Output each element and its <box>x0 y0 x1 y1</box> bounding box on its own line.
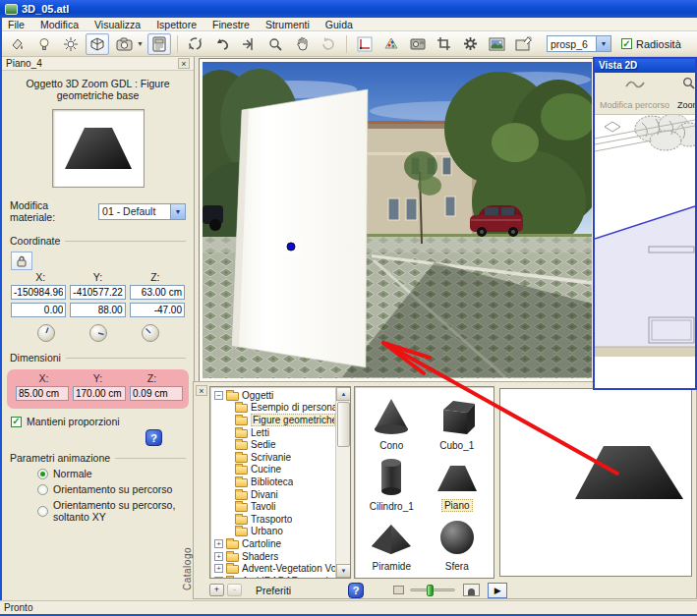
tree-item[interactable]: Trasporto <box>211 513 335 526</box>
rotation-x-field[interactable] <box>11 303 66 317</box>
rotation-z-field[interactable] <box>130 303 185 317</box>
chevron-down-icon[interactable]: ▼ <box>596 36 610 51</box>
tree-item[interactable]: Urbano <box>211 526 335 538</box>
remove-button[interactable]: - <box>227 584 242 596</box>
folder-icon <box>226 565 239 574</box>
radio-icon[interactable] <box>37 469 48 479</box>
close-icon[interactable]: × <box>196 385 207 396</box>
render-settings-icon[interactable] <box>379 33 403 55</box>
zoom-2d-button[interactable]: Zoom <box>674 75 697 112</box>
chevron-down-icon[interactable]: ▼ <box>170 204 185 219</box>
tree-item[interactable]: +Cartoline <box>211 537 335 550</box>
shape-cilindro-1[interactable]: Cilindro_1 <box>359 453 425 513</box>
vista-2d-drawing[interactable] <box>595 114 695 388</box>
render-panel-icon[interactable] <box>147 33 171 55</box>
dim-x-field[interactable] <box>16 386 69 401</box>
rotation-y-field[interactable] <box>70 303 125 317</box>
photorender-icon[interactable] <box>406 33 430 55</box>
scroll-up-icon[interactable]: ▲ <box>336 387 351 401</box>
tree-item[interactable]: Esempio di personaggi animati <box>211 402 335 415</box>
light-bulb-icon[interactable] <box>32 33 56 55</box>
shape-cubo-1[interactable]: Cubo_1 <box>425 393 491 451</box>
tree-item[interactable]: Tavoli <box>211 500 335 513</box>
tree-item-oggetti[interactable]: −Oggetti <box>211 389 335 402</box>
close-icon[interactable]: × <box>178 58 190 69</box>
pan-hand-icon[interactable] <box>290 33 314 55</box>
tree-item[interactable]: +ArchiRADAR_people <box>211 575 335 579</box>
preview-size-slider[interactable] <box>410 588 455 591</box>
catalog-footer: + - Preferiti ? ▶ <box>209 582 691 598</box>
crop-icon[interactable] <box>433 33 456 55</box>
radiosity-checkbox[interactable]: ✓ <box>621 38 632 49</box>
tree-item[interactable]: Biblioteca <box>211 476 335 488</box>
sun-icon[interactable] <box>59 33 83 55</box>
shape-sfera[interactable]: Sfera <box>425 514 491 572</box>
orbit-icon[interactable] <box>184 33 207 55</box>
collapse-icon[interactable]: − <box>214 391 223 400</box>
3d-viewport[interactable] <box>199 58 596 382</box>
keep-proportions-checkbox[interactable]: ✓ <box>11 417 22 427</box>
tree-item-selected[interactable]: Figure geometriche base <box>211 414 335 426</box>
undo-icon[interactable] <box>210 33 234 55</box>
zoom-tool-icon[interactable] <box>263 33 287 55</box>
material-select[interactable]: 01 - Default ▼ <box>98 203 186 220</box>
material-bucket-icon[interactable] <box>6 33 29 55</box>
tree-item[interactable]: +Advent-Vegetation Vol1 <box>211 562 335 575</box>
menu-ispettore[interactable]: Ispettore <box>148 19 204 30</box>
tree-item[interactable]: Cucine <box>211 464 335 476</box>
tree-item[interactable]: Scrivanie <box>211 451 335 464</box>
walkthrough-icon[interactable] <box>237 33 261 55</box>
dim-y-field[interactable] <box>73 386 126 401</box>
axis-icon[interactable] <box>353 33 377 55</box>
scrollbar-thumb[interactable] <box>337 402 350 447</box>
menu-finestre[interactable]: Finestre <box>204 19 258 30</box>
coord-x-field[interactable] <box>11 285 66 300</box>
menu-strumenti[interactable]: Strumenti <box>258 19 318 30</box>
image-icon[interactable] <box>486 33 509 55</box>
tree-item[interactable]: +Shaders <box>211 550 335 563</box>
axonometry-cube-icon[interactable] <box>86 33 109 55</box>
folder-icon <box>235 478 248 487</box>
shape-cono[interactable]: Cono <box>359 393 425 451</box>
tree-item[interactable]: Divani <box>211 488 335 501</box>
lock-icon[interactable] <box>11 252 32 270</box>
radio-icon[interactable] <box>37 506 48 517</box>
play-button[interactable]: ▶ <box>488 583 507 598</box>
expand-icon[interactable]: + <box>214 539 223 548</box>
tree-item[interactable]: Sedie <box>211 438 335 451</box>
tree-scrollbar[interactable]: ▲ ▼ <box>335 387 350 578</box>
tree-item[interactable]: Letti <box>211 426 335 439</box>
add-button[interactable]: + <box>209 584 224 596</box>
rotate-y-dial[interactable] <box>89 324 107 342</box>
rotate-x-dial[interactable] <box>37 324 55 342</box>
export-image-icon[interactable] <box>512 33 536 55</box>
coord-z-field[interactable] <box>130 285 185 300</box>
menu-guida[interactable]: Guida <box>318 19 361 30</box>
rotate-view-icon[interactable] <box>317 33 340 55</box>
radio-icon[interactable] <box>37 484 48 495</box>
shape-piramide[interactable]: Piramide <box>359 514 425 572</box>
settings-gear-icon[interactable] <box>459 33 483 55</box>
menu-file[interactable]: File <box>0 19 32 30</box>
scroll-down-icon[interactable]: ▼ <box>336 564 351 578</box>
expand-icon[interactable]: + <box>214 577 223 579</box>
rotate-z-dial[interactable] <box>142 324 159 342</box>
folder-icon <box>226 553 239 562</box>
coord-y-field[interactable] <box>70 285 125 300</box>
animation-option-normale[interactable]: Normale <box>2 466 194 481</box>
animation-option-percorso[interactable]: Orientamento su percorso <box>2 481 194 497</box>
shape-piano[interactable]: Piano <box>425 453 491 513</box>
modify-path-button[interactable]: Modifica percorso <box>597 75 672 112</box>
view-preset-select[interactable]: prosp_6 ▼ <box>547 35 611 52</box>
expand-icon[interactable]: + <box>214 564 223 573</box>
dim-z-field[interactable] <box>130 386 183 401</box>
help-icon[interactable]: ? <box>348 583 364 598</box>
camera-icon[interactable] <box>112 33 136 55</box>
help-icon[interactable]: ? <box>145 429 162 446</box>
camera-dropdown-caret-icon[interactable]: ▼ <box>137 40 144 47</box>
slider-thumb[interactable] <box>427 585 434 596</box>
menu-visualizza[interactable]: Visualizza <box>87 19 148 30</box>
menu-modifica[interactable]: Modifica <box>32 19 87 30</box>
animation-option-percorso-xy[interactable]: Orientamento su percorso, soltanto XY <box>2 497 194 525</box>
expand-icon[interactable]: + <box>214 552 223 561</box>
